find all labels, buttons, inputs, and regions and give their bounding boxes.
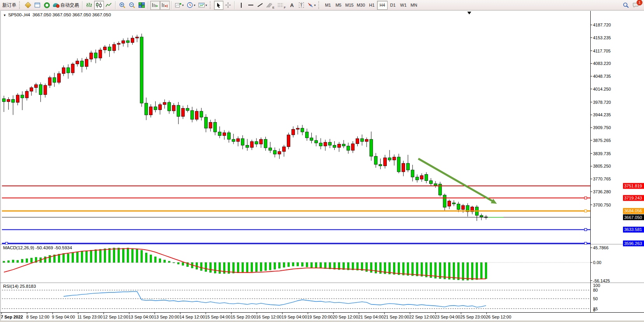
autotrade-button[interactable]: 自动交易 (51, 1, 81, 10)
candle-body (117, 43, 120, 44)
search-button[interactable] (621, 1, 631, 10)
templates-button[interactable]: ▾ (197, 1, 209, 10)
macd-histogram-bar (21, 259, 23, 262)
text-icon: A (290, 2, 294, 8)
macd-histogram-bar (3, 261, 5, 262)
candle-body (21, 95, 24, 98)
zoom-in-icon (119, 2, 126, 8)
timeframe-m15-button[interactable]: M15 (344, 1, 355, 10)
market-watch-button[interactable] (23, 1, 33, 10)
candle-body (429, 181, 432, 184)
toolbar-separator (115, 1, 116, 9)
macd-histogram-bar (421, 262, 423, 276)
time-axis-label: 19 Sep 04:00 (282, 315, 307, 319)
cursor-button[interactable] (214, 1, 223, 10)
dropdown-caret-icon: ▾ (314, 4, 316, 7)
candle-body (135, 37, 139, 38)
price-badge-label: 3719.243 (624, 196, 642, 200)
data-window-button[interactable] (33, 1, 42, 10)
tile-windows-button[interactable] (137, 1, 146, 10)
candle-body (416, 177, 419, 180)
candle-body (250, 142, 253, 147)
chart-shift-button[interactable] (160, 1, 170, 10)
price-axis[interactable] (591, 11, 644, 312)
zoom-in-button[interactable] (118, 1, 127, 10)
candle-body (388, 158, 391, 160)
horizontal-line-button[interactable] (246, 1, 255, 10)
macd-histogram-bar (214, 262, 216, 273)
price-badge-label: 3596.263 (624, 241, 642, 246)
time-axis-label: 7 Sep 2022 (1, 315, 23, 319)
crosshair-button[interactable] (223, 1, 233, 10)
symbol-dropdown-icon[interactable]: ▼ (3, 14, 6, 17)
notifications-button[interactable]: 1 (631, 1, 641, 10)
channel-button[interactable]: E (265, 1, 276, 10)
vertical-line-button[interactable] (237, 1, 246, 10)
text-button[interactable]: A (287, 1, 297, 10)
timeframe-m30-button[interactable]: M30 (355, 1, 367, 10)
dropdown-caret-icon: ▾ (182, 4, 184, 7)
candle-body (7, 100, 10, 102)
timeframe-h4-button[interactable]: H4 (377, 1, 388, 10)
candle-body (58, 74, 61, 82)
candle-body (232, 139, 235, 142)
macd-histogram-bar (168, 261, 170, 262)
candle-body (374, 156, 377, 164)
candle-body (154, 107, 157, 110)
candle-body (53, 78, 56, 82)
candle-body (39, 85, 42, 95)
bar-chart-icon (86, 2, 93, 8)
macd-histogram-bar (173, 262, 175, 263)
candle-body (383, 158, 386, 166)
candle-body (163, 102, 166, 105)
macd-histogram-bar (86, 251, 88, 262)
candle-body (462, 205, 465, 209)
candle-body (2, 99, 5, 102)
price-axis-label: 4153.235 (593, 35, 611, 40)
new-order-button[interactable]: 新订单 (1, 1, 18, 10)
line-chart-icon (105, 2, 112, 8)
macd-histogram-bar (260, 262, 262, 271)
chart-candles-button[interactable] (94, 1, 104, 10)
timeframe-w1-button[interactable]: W1 (398, 1, 409, 10)
fibonacci-button[interactable]: F (276, 1, 287, 10)
macd-histogram-bar (58, 254, 60, 262)
macd-histogram-bar (63, 254, 65, 262)
indicators-button[interactable]: ▾ (174, 1, 185, 10)
candle-body (278, 152, 281, 154)
candle-body (406, 163, 409, 170)
chart-line-button[interactable] (104, 1, 114, 10)
text-label-button[interactable]: T (297, 1, 306, 10)
timeframe-m5-button[interactable]: M5 (333, 1, 344, 10)
macd-histogram-bar (370, 262, 372, 273)
timeframe-mn-button[interactable]: MN (409, 1, 419, 10)
candle-body (328, 142, 332, 145)
line-marker[interactable] (584, 228, 587, 231)
candle-body (131, 38, 134, 42)
fibonacci-letter: F (284, 6, 286, 9)
line-marker[interactable] (584, 197, 587, 199)
macd-histogram-bar (407, 262, 409, 275)
timeframe-d1-button[interactable]: D1 (388, 1, 398, 10)
macd-histogram-bar (467, 262, 469, 280)
candle-body (85, 59, 88, 66)
arrows-tool-button[interactable]: ▾ (306, 1, 317, 10)
candle-body (227, 133, 230, 139)
macd-histogram-bar (246, 262, 248, 272)
periods-button[interactable]: ▾ (185, 1, 197, 10)
chart-bars-button[interactable] (84, 1, 94, 10)
time-axis-label: 26 Sep 12:00 (486, 315, 511, 319)
toolbar-separator (171, 1, 172, 9)
macd-histogram-bar (219, 262, 221, 273)
timeframe-m1-button[interactable]: M1 (323, 1, 333, 10)
cursor-arrow-icon (216, 2, 221, 8)
zoom-out-button[interactable] (127, 1, 137, 10)
trendline-button[interactable] (255, 1, 265, 10)
line-marker[interactable] (584, 210, 587, 212)
timeframe-h1-button[interactable]: H1 (367, 1, 377, 10)
navigator-button[interactable] (42, 1, 51, 10)
rsi-axis-label: 0 (593, 308, 595, 312)
macd-histogram-bar (458, 262, 460, 280)
chart-plot-area[interactable] (2, 11, 590, 244)
autoscroll-button[interactable] (150, 1, 160, 10)
